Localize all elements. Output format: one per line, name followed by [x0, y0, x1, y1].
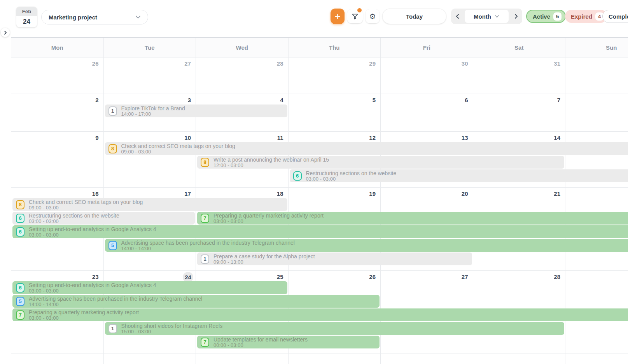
event-bar[interactable]: 1Prepare a case study for the Alpha proj…	[197, 253, 472, 265]
day-number: 5	[373, 97, 376, 103]
calendar-app: Feb 24 Marketing project + ⚙ Today	[0, 0, 628, 364]
chevron-right-icon	[513, 13, 519, 19]
event-count-badge: 7	[16, 310, 24, 320]
event-bar[interactable]: 8Check and correct SEO meta tags on your…	[105, 142, 628, 155]
day-number: 18	[277, 190, 283, 197]
weekday-header-sun: Sun	[565, 38, 628, 57]
day-number: 29	[369, 60, 376, 67]
day-cell[interactable]	[565, 354, 628, 364]
event-bar[interactable]: 5Advertising space has been purchased in…	[105, 239, 628, 252]
week-row: 2324252627286Setting up end-to-end analy…	[11, 271, 628, 354]
day-cell[interactable]	[565, 94, 628, 131]
event-bar[interactable]: 6Restructuring sections on the website03…	[12, 212, 195, 225]
event-bar[interactable]: 6Setting up end-to-end analytics in Goog…	[12, 281, 287, 294]
day-cell[interactable]	[289, 354, 381, 364]
day-number: 19	[369, 190, 376, 197]
plus-icon: +	[334, 11, 340, 21]
event-time: 14:00 - 17:00	[121, 111, 185, 117]
event-title: Advertising space has been purchased in …	[121, 240, 295, 246]
event-title: Setting up end-to-end analytics in Googl…	[29, 226, 156, 232]
event-bar[interactable]: 1Explore TikTok for a Brand14:00 - 17:00	[105, 104, 287, 117]
event-bar[interactable]: 1Shooting short videos for Instagram Ree…	[105, 322, 565, 335]
day-number: 6	[465, 97, 468, 103]
event-title: Explore TikTok for a Brand	[121, 105, 185, 111]
day-cell[interactable]	[104, 354, 196, 364]
event-time: 03:00 - 03:00	[29, 232, 156, 238]
today-button[interactable]: Today	[382, 9, 446, 24]
day-cell[interactable]	[565, 57, 628, 94]
chevron-right-icon	[3, 30, 8, 35]
event-text: Check and correct SEO meta tags on your …	[121, 143, 235, 155]
event-bar[interactable]: 7Preparing a quarterly marketing activit…	[12, 308, 628, 321]
event-title: Preparing a quarterly marketing activity…	[29, 309, 139, 315]
day-cell[interactable]: 10	[104, 132, 196, 187]
event-text: Restructuring sections on the website03:…	[306, 170, 397, 182]
current-date-badge: Feb 24	[16, 7, 37, 28]
event-bar[interactable]: 8Check and correct SEO meta tags on your…	[12, 198, 287, 211]
event-title: Restructuring sections on the website	[306, 170, 397, 176]
event-title: Shooting short videos for Instagram Reel…	[121, 323, 223, 329]
filter-button[interactable]	[347, 9, 363, 23]
event-title: Advertising space has been purchased in …	[29, 296, 202, 302]
day-cell[interactable]: 30	[381, 57, 473, 94]
week-row: 1617181920218Check and correct SEO meta …	[11, 188, 628, 271]
day-cell[interactable]: 9	[11, 132, 104, 187]
event-text: Shooting short videos for Instagram Reel…	[121, 323, 223, 334]
next-period-button[interactable]	[509, 9, 522, 24]
event-time: 03:00 - 03:00	[306, 176, 397, 182]
day-number: 28	[554, 273, 560, 280]
event-bar[interactable]: 8Write a post announcing the webinar on …	[197, 156, 564, 169]
event-bar[interactable]: 6Setting up end-to-end analytics in Goog…	[12, 225, 628, 238]
day-cell[interactable]: 2	[11, 94, 104, 131]
filter-tab-active-count: 5	[553, 12, 562, 21]
event-time: 09:00 - 03:00	[121, 149, 235, 155]
day-cell[interactable]: 27	[104, 57, 196, 94]
previous-period-button[interactable]	[451, 9, 464, 24]
event-text: Advertising space has been purchased in …	[29, 296, 202, 307]
day-cell[interactable]: 28	[196, 57, 289, 94]
view-mode-label: Month	[474, 13, 491, 20]
event-bar[interactable]: 7Preparing a quarterly marketing activit…	[197, 212, 628, 225]
project-selector[interactable]: Marketing project	[41, 10, 148, 24]
day-number: 13	[462, 134, 468, 141]
day-cell[interactable]: 29	[289, 57, 381, 94]
day-cell[interactable]: 7	[473, 94, 566, 131]
event-count-badge: 8	[108, 144, 117, 153]
event-title: Restructuring sections on the website	[29, 212, 119, 219]
event-title: Check and correct SEO meta tags on your …	[29, 199, 143, 205]
event-bar[interactable]: 5Advertising space has been purchased in…	[12, 295, 380, 308]
day-cell[interactable]: 31	[473, 57, 566, 94]
day-cell[interactable]	[381, 354, 473, 364]
weekday-header-tue: Tue	[104, 38, 196, 57]
weekday-header-thu: Thu	[289, 38, 381, 57]
event-count-badge: 6	[16, 283, 24, 293]
filter-tab-active[interactable]: Active 5	[526, 10, 566, 23]
day-number: 20	[462, 190, 468, 197]
event-bar[interactable]: 6Restructuring sections on the website03…	[290, 169, 628, 182]
day-number: 23	[92, 273, 99, 280]
filter-tab-expired[interactable]: Expired 4	[565, 10, 607, 23]
settings-button[interactable]: ⚙	[366, 9, 380, 23]
day-cell[interactable]	[196, 354, 289, 364]
event-text: Prepare a case study for the Alpha proje…	[213, 253, 315, 265]
week-cells	[11, 354, 628, 364]
day-cell[interactable]	[11, 354, 104, 364]
day-cell[interactable]	[473, 354, 566, 364]
sidebar-expand-button[interactable]	[1, 28, 10, 37]
day-cell[interactable]: 6	[381, 94, 473, 131]
day-cell[interactable]: 26	[11, 57, 104, 94]
add-event-button[interactable]: +	[331, 9, 345, 24]
event-count-badge: 1	[108, 106, 117, 116]
day-number: 10	[184, 134, 191, 141]
event-count-badge: 6	[16, 214, 24, 223]
event-count-badge: 1	[108, 324, 117, 333]
event-count-badge: 6	[16, 227, 24, 237]
event-title: Write a post announcing the webinar on A…	[213, 157, 329, 163]
event-bar[interactable]: 7Update templates for email newsletters0…	[197, 336, 380, 348]
day-number: 27	[462, 273, 468, 280]
filter-tab-completed[interactable]: Completed	[602, 10, 628, 23]
day-number: 9	[95, 134, 98, 141]
day-cell[interactable]: 5	[289, 94, 381, 131]
view-mode-selector[interactable]: Month	[465, 10, 509, 23]
event-time: 00:00 - 03:00	[213, 343, 308, 348]
